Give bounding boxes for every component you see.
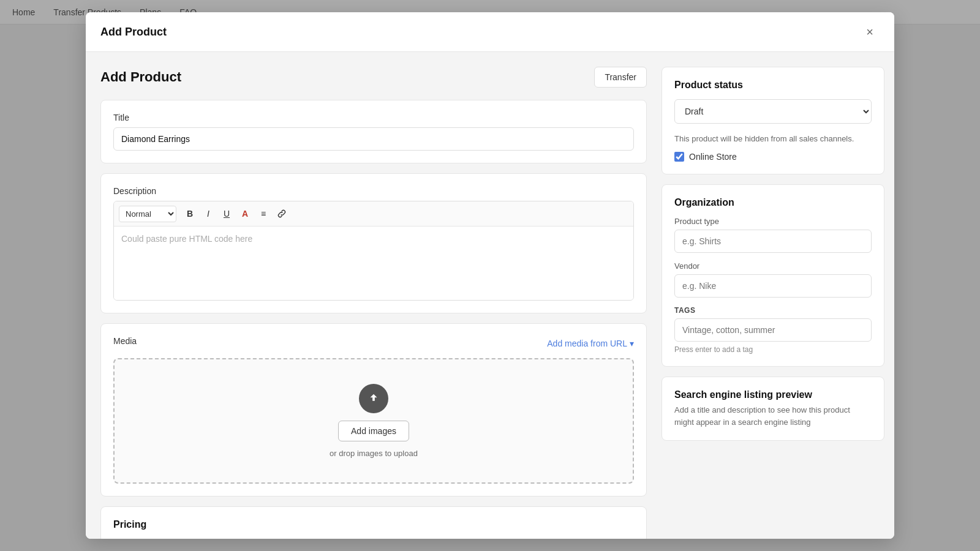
transfer-button[interactable]: Transfer xyxy=(594,67,647,88)
underline-button[interactable]: U xyxy=(218,205,235,222)
organization-card: Organization Product type Vendor TAGS Pr… xyxy=(662,184,884,367)
title-label: Title xyxy=(113,113,634,122)
modal-header: Add Product × xyxy=(86,12,894,52)
tags-input[interactable] xyxy=(674,318,872,342)
text-color-button[interactable]: A xyxy=(236,205,254,222)
product-type-input[interactable] xyxy=(674,230,872,253)
italic-button[interactable]: I xyxy=(200,205,217,222)
media-label: Media xyxy=(113,336,137,346)
product-status-card: Product status Draft Active This product… xyxy=(662,67,884,174)
modal-body: Add Product Transfer Title Description N… xyxy=(86,52,894,539)
add-images-button[interactable]: Add images xyxy=(338,421,409,441)
description-label: Description xyxy=(113,186,634,196)
drop-hint: or drop images to upload xyxy=(330,449,418,458)
modal-header-title: Add Product xyxy=(100,26,167,39)
modal-close-button[interactable]: × xyxy=(860,22,880,42)
add-product-modal: Add Product × Add Product Transfer Title xyxy=(86,12,894,539)
add-media-link[interactable]: Add media from URL ▾ xyxy=(547,339,634,348)
vendor-label: Vendor xyxy=(674,261,872,271)
modal-overlay: Add Product × Add Product Transfer Title xyxy=(0,0,980,551)
online-store-label: Online Store xyxy=(689,152,737,162)
modal-main-content: Add Product Transfer Title Description N… xyxy=(86,52,662,539)
seo-description: Add a title and description to see how t… xyxy=(674,404,872,428)
vendor-input[interactable] xyxy=(674,274,872,298)
upload-icon xyxy=(359,384,388,413)
product-type-label: Product type xyxy=(674,217,872,226)
product-type-field: Product type xyxy=(674,217,872,253)
pricing-title: Pricing xyxy=(113,519,146,530)
seo-title: Search engine listing preview xyxy=(674,389,872,400)
link-button[interactable] xyxy=(273,205,290,222)
align-button[interactable]: ≡ xyxy=(255,205,272,222)
online-store-checkbox[interactable] xyxy=(674,152,684,162)
title-input[interactable] xyxy=(113,127,634,151)
tags-field: TAGS Press enter to add a tag xyxy=(674,306,872,354)
vendor-field: Vendor xyxy=(674,261,872,298)
product-status-title: Product status xyxy=(674,80,872,91)
bold-button[interactable]: B xyxy=(181,205,198,222)
tags-hint: Press enter to add a tag xyxy=(674,345,872,354)
media-card: Media Add media from URL ▾ xyxy=(100,323,647,497)
tags-label: TAGS xyxy=(674,306,872,315)
format-select[interactable]: Normal Heading 1 Heading 2 Heading 3 xyxy=(119,206,176,222)
status-select[interactable]: Draft Active xyxy=(674,99,872,124)
page-title-row: Add Product Transfer xyxy=(100,67,647,88)
sidebar: Product status Draft Active This product… xyxy=(662,52,894,539)
description-editor: Normal Heading 1 Heading 2 Heading 3 B I… xyxy=(113,201,634,301)
media-drop-zone[interactable]: Add images or drop images to upload xyxy=(113,358,634,484)
seo-card: Search engine listing preview Add a titl… xyxy=(662,377,884,441)
online-store-row: Online Store xyxy=(674,152,872,162)
editor-toolbar: Normal Heading 1 Heading 2 Heading 3 B I… xyxy=(114,201,633,227)
description-editor-area[interactable]: Could paste pure HTML code here xyxy=(114,227,633,300)
page-title: Add Product xyxy=(100,69,181,85)
organization-title: Organization xyxy=(674,197,872,208)
title-card: Title xyxy=(100,100,647,163)
pricing-card: Pricing xyxy=(100,506,647,539)
description-card: Description Normal Heading 1 Heading 2 H… xyxy=(100,173,647,313)
status-hint: This product will be hidden from all sal… xyxy=(674,133,872,144)
media-header: Media Add media from URL ▾ xyxy=(113,336,634,351)
